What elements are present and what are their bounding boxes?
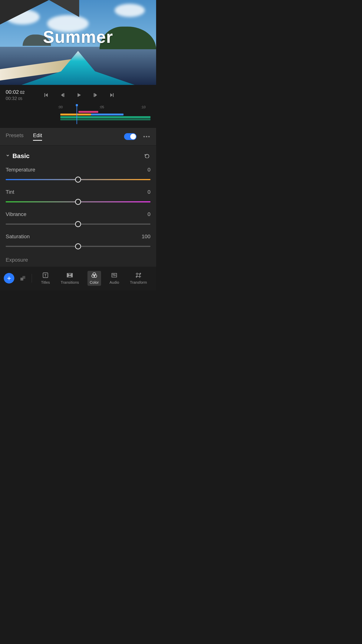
clip-audio[interactable] bbox=[60, 116, 150, 118]
slider-label: Tint bbox=[6, 189, 14, 195]
slider-label: Vibrance bbox=[6, 211, 26, 217]
section-basic-header[interactable]: Basic bbox=[0, 146, 156, 164]
current-frame: 02 bbox=[20, 90, 24, 95]
panel-tabs: Presets Edit ••• bbox=[0, 128, 156, 146]
sliders-panel: Temperature 0 Tint 0 Vibrance 0 Saturati… bbox=[0, 164, 156, 267]
slider-label: Saturation bbox=[6, 234, 30, 240]
slider-thumb[interactable] bbox=[75, 199, 81, 205]
slider-value: 0 bbox=[147, 189, 150, 195]
slider-track[interactable] bbox=[6, 177, 150, 182]
tool-label: Audio bbox=[109, 280, 119, 285]
slider-vibrance: Vibrance 0 bbox=[6, 209, 150, 231]
clip-video[interactable] bbox=[60, 114, 91, 116]
slider-label: Temperature bbox=[6, 167, 35, 173]
playhead[interactable] bbox=[76, 105, 77, 124]
section-title: Basic bbox=[12, 152, 29, 160]
clip-audio[interactable] bbox=[60, 118, 150, 120]
clip-title[interactable] bbox=[78, 111, 98, 113]
tool-color[interactable]: Color bbox=[87, 271, 101, 286]
slider-thumb[interactable] bbox=[75, 176, 81, 182]
slider-value: 0 bbox=[147, 167, 150, 173]
frame-forward-button[interactable] bbox=[93, 92, 98, 98]
more-icon[interactable]: ••• bbox=[143, 134, 150, 140]
add-button[interactable]: + bbox=[4, 273, 14, 284]
total-time: 00:32 bbox=[6, 96, 17, 101]
frame-back-button[interactable] bbox=[59, 92, 65, 98]
skip-end-button[interactable] bbox=[109, 92, 115, 98]
slider-exposure-label: Exposure bbox=[6, 253, 150, 263]
slider-thumb[interactable] bbox=[75, 243, 81, 250]
timeline[interactable]: :00 :05 :10 bbox=[0, 103, 156, 128]
panel-toggle[interactable] bbox=[124, 133, 136, 140]
play-button[interactable] bbox=[76, 92, 82, 98]
slider-track[interactable] bbox=[6, 222, 150, 227]
plus-icon: + bbox=[7, 274, 11, 282]
slider-thumb[interactable] bbox=[75, 221, 81, 227]
separator bbox=[32, 274, 32, 282]
skip-start-button[interactable] bbox=[43, 92, 49, 98]
title-overlay: Summer bbox=[0, 27, 156, 47]
reset-button[interactable] bbox=[144, 153, 150, 159]
slider-value: 100 bbox=[142, 234, 150, 240]
video-preview[interactable]: Summer bbox=[0, 0, 156, 85]
slider-tint: Tint 0 bbox=[6, 186, 150, 209]
time-display: 00:02 02 00:32 05 bbox=[6, 89, 25, 102]
svg-text:T: T bbox=[44, 273, 46, 277]
slider-saturation: Saturation 100 bbox=[6, 231, 150, 253]
ruler-mark: :00 bbox=[58, 105, 63, 109]
tab-edit[interactable]: Edit bbox=[33, 132, 42, 141]
total-frame: 05 bbox=[18, 96, 22, 101]
bottom-toolbar: + T Titles Transitions Color Audio Trans… bbox=[0, 267, 156, 291]
tool-titles[interactable]: T Titles bbox=[39, 271, 52, 286]
tool-label: Transitions bbox=[61, 280, 79, 285]
playback-bar: 00:02 02 00:32 05 bbox=[0, 85, 156, 103]
slider-track[interactable] bbox=[6, 199, 150, 204]
tab-presets[interactable]: Presets bbox=[6, 132, 23, 141]
ruler-mark: :10 bbox=[141, 105, 146, 109]
clip-video[interactable] bbox=[91, 114, 123, 116]
tool-transitions[interactable]: Transitions bbox=[58, 271, 81, 286]
current-time: 00:02 bbox=[6, 89, 19, 96]
tool-audio[interactable]: Audio bbox=[107, 271, 121, 286]
ruler-mark: :05 bbox=[99, 105, 104, 109]
tool-transform[interactable]: Transform bbox=[128, 271, 149, 286]
slider-value: 0 bbox=[147, 211, 150, 217]
layers-button[interactable] bbox=[19, 275, 26, 282]
slider-track[interactable] bbox=[6, 244, 150, 249]
tool-label: Color bbox=[90, 280, 99, 285]
tool-label: Titles bbox=[41, 280, 50, 285]
svg-rect-1 bbox=[22, 276, 25, 279]
chevron-down-icon bbox=[6, 153, 10, 158]
tool-label: Transform bbox=[130, 280, 147, 285]
slider-temperature: Temperature 0 bbox=[6, 164, 150, 186]
